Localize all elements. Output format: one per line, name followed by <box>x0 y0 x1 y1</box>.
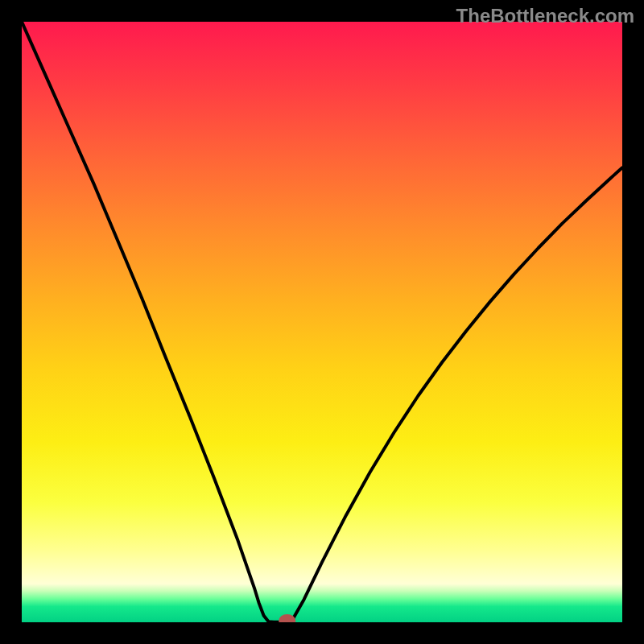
bottleneck-curve <box>22 22 622 622</box>
curve-line <box>22 22 622 622</box>
plot-area <box>22 22 622 622</box>
watermark-text: TheBottleneck.com <box>456 5 634 27</box>
chart-frame: TheBottleneck.com <box>0 0 644 644</box>
minimum-marker <box>279 614 295 622</box>
